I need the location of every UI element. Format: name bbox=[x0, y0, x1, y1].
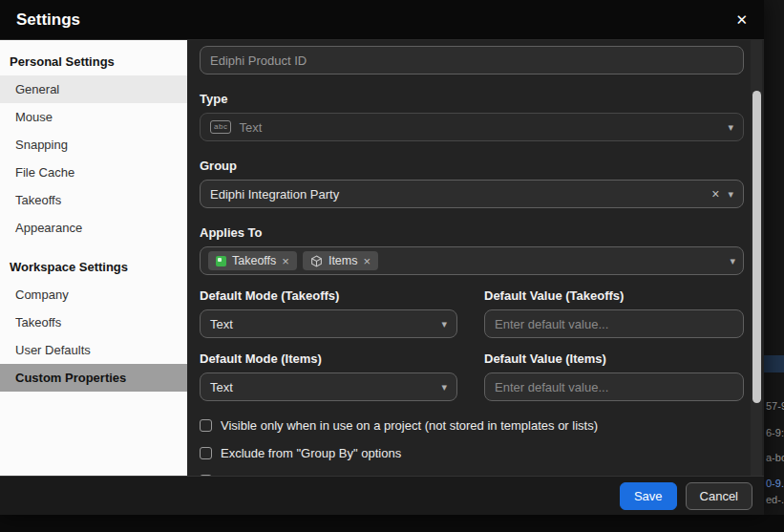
tag-takeoffs: Takeoffs × bbox=[208, 251, 297, 270]
default-value-takeoffs-input[interactable] bbox=[484, 309, 744, 338]
default-value-items-input[interactable] bbox=[484, 372, 744, 401]
background-text-fragment: a-bo bbox=[766, 452, 784, 463]
dialog-title: Settings bbox=[16, 11, 80, 30]
sidebar-item-takeoffs-workspace[interactable]: Takeoffs bbox=[0, 309, 187, 336]
default-value-items-label: Default Value (Items) bbox=[484, 351, 744, 366]
takeoff-icon bbox=[216, 256, 226, 266]
checkbox[interactable] bbox=[200, 475, 212, 476]
background-text-fragment: ed-... bbox=[766, 494, 784, 505]
settings-sidebar: Personal Settings General Mouse Snapping… bbox=[0, 40, 187, 476]
background-selected-row bbox=[764, 355, 784, 372]
option-hidden-by-default: Hidden by default bbox=[200, 474, 744, 476]
sidebar-item-user-defaults[interactable]: User Defaults bbox=[0, 336, 187, 364]
chevron-down-icon: ▾ bbox=[730, 255, 735, 267]
group-select[interactable]: Ediphi Integration Party × ▾ bbox=[200, 180, 744, 208]
type-dropdown[interactable]: abc Text ▾ bbox=[200, 113, 744, 141]
group-label: Group bbox=[200, 159, 744, 173]
save-button[interactable]: Save bbox=[620, 482, 677, 510]
applies-to-multiselect[interactable]: Takeoffs × Items × ▾ bbox=[200, 246, 744, 275]
sidebar-item-appearance[interactable]: Appearance bbox=[0, 214, 187, 242]
text-type-icon: abc bbox=[210, 120, 231, 134]
dialog-footer: Save Cancel bbox=[0, 476, 764, 515]
remove-tag-icon[interactable]: × bbox=[363, 255, 371, 267]
type-label: Type bbox=[200, 92, 744, 106]
default-mode-takeoffs-label: Default Mode (Takeoffs) bbox=[200, 288, 457, 303]
default-mode-items-dropdown[interactable]: Text ▾ bbox=[200, 372, 457, 401]
remove-tag-icon[interactable]: × bbox=[282, 255, 289, 267]
tag-items: Items × bbox=[303, 251, 378, 270]
default-mode-items-value: Text bbox=[210, 380, 233, 394]
chevron-down-icon: ▾ bbox=[441, 381, 447, 394]
group-value: Ediphi Integration Party bbox=[210, 187, 339, 202]
cube-icon bbox=[310, 255, 323, 267]
chevron-down-icon: ▾ bbox=[728, 188, 733, 201]
default-value-takeoffs-label: Default Value (Takeoffs) bbox=[484, 288, 744, 303]
option-exclude-group-by: Exclude from "Group By" options bbox=[200, 446, 744, 460]
chevron-down-icon: ▾ bbox=[728, 121, 733, 134]
background-text-fragment: 0-9... bbox=[766, 478, 784, 489]
sidebar-item-takeoffs-personal[interactable]: Takeoffs bbox=[0, 186, 187, 214]
chevron-down-icon: ▾ bbox=[441, 318, 447, 330]
sidebar-section-personal: Personal Settings bbox=[0, 48, 187, 75]
default-mode-items-label: Default Mode (Items) bbox=[200, 351, 457, 366]
sidebar-item-general[interactable]: General bbox=[0, 75, 187, 103]
background-text-fragment: 57-9 bbox=[766, 400, 784, 412]
clear-icon[interactable]: × bbox=[711, 187, 719, 201]
tag-label: Items bbox=[328, 254, 358, 267]
settings-dialog: Settings ✕ Personal Settings General Mou… bbox=[0, 0, 764, 515]
sidebar-item-mouse[interactable]: Mouse bbox=[0, 103, 187, 131]
default-mode-takeoffs-value: Text bbox=[210, 317, 233, 331]
checkbox-label: Hidden by default bbox=[221, 474, 317, 476]
sidebar-item-custom-properties[interactable]: Custom Properties bbox=[0, 364, 187, 392]
checkbox-label: Visible only when in use on a project (n… bbox=[221, 418, 598, 433]
property-name-input[interactable] bbox=[200, 46, 744, 74]
custom-properties-panel: Type abc Text ▾ Group Ediphi Integration… bbox=[187, 40, 764, 476]
checkbox-label: Exclude from "Group By" options bbox=[221, 446, 401, 460]
sidebar-item-snapping[interactable]: Snapping bbox=[0, 131, 187, 159]
close-icon[interactable]: ✕ bbox=[735, 12, 748, 27]
option-visible-only-in-use: Visible only when in use on a project (n… bbox=[200, 418, 744, 433]
type-value: Text bbox=[239, 120, 262, 135]
sidebar-section-workspace: Workspace Settings bbox=[0, 253, 187, 281]
tag-label: Takeoffs bbox=[232, 254, 276, 267]
background-app-right-strip: 57-9 6-9: a-bo 0-9... ed-... bbox=[764, 0, 784, 532]
checkbox[interactable] bbox=[200, 419, 212, 432]
scrollbar-track[interactable] bbox=[751, 40, 762, 476]
background-text-fragment: 6-9: bbox=[766, 427, 784, 438]
dialog-titlebar: Settings ✕ bbox=[0, 0, 764, 40]
applies-to-label: Applies To bbox=[200, 225, 744, 240]
sidebar-item-company[interactable]: Company bbox=[0, 281, 187, 309]
scrollbar-thumb[interactable] bbox=[752, 91, 761, 403]
sidebar-item-file-cache[interactable]: File Cache bbox=[0, 159, 187, 186]
default-mode-takeoffs-dropdown[interactable]: Text ▾ bbox=[200, 309, 457, 338]
background-app-bottom-strip bbox=[0, 515, 784, 532]
cancel-button[interactable]: Cancel bbox=[686, 482, 752, 510]
checkbox[interactable] bbox=[200, 447, 212, 459]
